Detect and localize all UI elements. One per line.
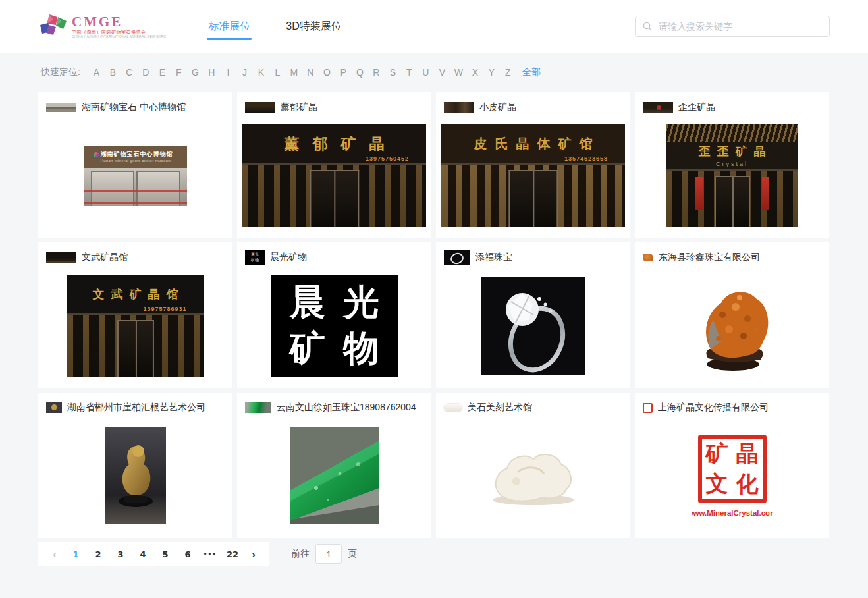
- booth-image-area: [441, 269, 625, 383]
- quicknav-letter-W[interactable]: W: [450, 67, 467, 78]
- booth-thumbnail: [444, 250, 470, 265]
- quicknav-letter-X[interactable]: X: [467, 67, 483, 78]
- storefront-door: [508, 170, 558, 227]
- storefront-phone: 13975786931: [143, 306, 186, 312]
- quicknav-letter-A[interactable]: A: [88, 67, 105, 78]
- page-number-button-22[interactable]: 22: [221, 549, 244, 559]
- booth-title: 东海县珍鑫珠宝有限公司: [659, 252, 760, 263]
- textblock-line1: 晨光: [290, 280, 398, 325]
- seal-character: 矿: [702, 439, 732, 469]
- quicknav-letter-K[interactable]: K: [253, 67, 269, 78]
- page-number-button-1[interactable]: 1: [65, 549, 87, 559]
- booth-thumbnail: [46, 402, 62, 413]
- booth-thumbnail: [245, 102, 275, 113]
- storefront-glass: [441, 163, 625, 227]
- page-number-button-4[interactable]: 4: [132, 549, 154, 559]
- next-page-button[interactable]: ›: [244, 549, 263, 560]
- booth-card[interactable]: 小皮矿晶皮氏晶体矿馆13574623658: [436, 92, 630, 238]
- prev-page-button[interactable]: ‹: [45, 549, 65, 560]
- quicknav-letter-M[interactable]: M: [286, 67, 302, 78]
- booth-card[interactable]: 添福珠宝: [436, 242, 630, 388]
- quicknav-letter-B[interactable]: B: [105, 67, 121, 78]
- quicknav-letter-J[interactable]: J: [236, 67, 253, 78]
- quicknav-letter-G[interactable]: G: [187, 67, 203, 78]
- storefront-sign-text: 薰郁矿晶: [285, 134, 398, 154]
- storefront-sign-text: 文武矿晶馆: [93, 286, 185, 302]
- quicknav-letter-Y[interactable]: Y: [483, 67, 500, 78]
- booth-thumbnail: 晨光矿物: [245, 250, 265, 265]
- quicknav-letter-D[interactable]: D: [138, 67, 154, 78]
- storefront-sign-area: 皮氏晶体矿馆13574623658: [441, 124, 625, 163]
- search-input[interactable]: [657, 20, 822, 32]
- quicknav-letter-T[interactable]: T: [401, 67, 418, 78]
- quicknav-letter-R[interactable]: R: [368, 67, 385, 78]
- storefront-sign-area: 文武矿晶馆13975786931: [67, 275, 204, 314]
- booth-image-area: 皮氏晶体矿馆13574623658: [441, 119, 625, 232]
- booth-image-area: 文武矿晶馆13975786931: [43, 269, 227, 383]
- storefront-awning: [666, 124, 798, 142]
- quicknav-letter-V[interactable]: V: [434, 67, 450, 78]
- quicknav-letter-E[interactable]: E: [154, 67, 171, 78]
- page-number-button-2[interactable]: 2: [87, 549, 109, 559]
- booth-card[interactable]: 上海矿晶文化传播有限公司矿晶文化www.MineralCrystal.com: [635, 393, 829, 538]
- page-number-button-6[interactable]: 6: [176, 549, 199, 559]
- tab-standard-booth[interactable]: 标准展位: [207, 0, 252, 53]
- quicknav-letters: ABCDEFGHIJKLMNOPQRSTUVWXYZ: [88, 67, 516, 78]
- storefront-sign-text: 歪歪矿晶: [699, 144, 773, 159]
- booth-card-header: 添福珠宝: [436, 242, 630, 266]
- museum-door-panel: [91, 171, 135, 206]
- storefront-door: [310, 170, 359, 227]
- booth-card[interactable]: 云南文山徐如玉珠宝18908762004: [237, 393, 431, 538]
- booth-card[interactable]: 湖南省郴州市崖柏汇根艺艺术公司: [38, 393, 232, 538]
- booth-title: 薰郁矿晶: [281, 101, 317, 113]
- booth-image-white-jade-carving: [478, 446, 589, 506]
- booth-card[interactable]: 东海县珍鑫珠宝有限公司: [635, 242, 829, 388]
- more-pages-button[interactable]: •••: [199, 551, 221, 557]
- storefront-sign-text: 皮氏晶体矿馆: [474, 135, 601, 153]
- thumbnail-text-line1: 晨光: [251, 252, 259, 258]
- booth-card-header: 云南文山徐如玉珠宝18908762004: [237, 393, 431, 416]
- quicknav-letter-Z[interactable]: Z: [500, 67, 516, 78]
- booth-card[interactable]: 歪歪矿晶歪歪矿晶Crystal: [635, 92, 829, 238]
- booth-card[interactable]: 晨光矿物晨光矿物晨光矿物: [237, 242, 431, 388]
- booth-title: 歪歪矿晶: [678, 101, 715, 113]
- quicknav-letter-F[interactable]: F: [171, 67, 187, 78]
- red-banner: [695, 177, 703, 210]
- quicknav-letter-Q[interactable]: Q: [352, 67, 368, 78]
- storefront-phone: 13975750452: [366, 155, 409, 162]
- page-number-button-5[interactable]: 5: [154, 549, 176, 559]
- quicknav-letter-O[interactable]: O: [319, 67, 335, 78]
- booth-title: 添福珠宝: [475, 252, 512, 263]
- seal-website-url: www.MineralCrystal.com: [692, 509, 773, 517]
- quicknav-letter-S[interactable]: S: [385, 67, 401, 78]
- booth-image-storefront: 皮氏晶体矿馆13574623658: [441, 124, 625, 227]
- booth-tabs: 标准展位 3D特装展位: [207, 0, 375, 53]
- quicknav-letter-P[interactable]: P: [335, 67, 352, 78]
- goto-page-input[interactable]: [315, 544, 342, 564]
- storefront-sign-area: 薰郁矿晶13975750452: [242, 124, 426, 163]
- quicknav-letter-L[interactable]: L: [269, 67, 286, 78]
- quicknav-letter-I[interactable]: I: [220, 67, 236, 78]
- textblock-line2: 矿物: [290, 326, 398, 371]
- booth-card[interactable]: 薰郁矿晶薰郁矿晶13975750452: [237, 92, 431, 238]
- header: CMGE 中国（湖南）国际矿物宝石博览会 CHINA (HUNAN) INTER…: [0, 0, 868, 53]
- search-box[interactable]: [635, 16, 830, 37]
- booth-title: 湖南矿物宝石 中心博物馆: [82, 101, 186, 113]
- booth-image-mineral-specimen: [683, 278, 782, 373]
- booth-card[interactable]: 湖南矿物宝石 中心博物馆湖南矿物宝石中心博物馆Hunan mineral gem…: [38, 92, 232, 238]
- booth-card[interactable]: 美石美刻艺术馆: [436, 393, 630, 538]
- booth-title: 文武矿晶馆: [82, 252, 128, 263]
- page-number-button-3[interactable]: 3: [109, 549, 132, 559]
- booth-image-area: 矿晶文化www.MineralCrystal.com: [640, 419, 824, 533]
- quicknav-letter-N[interactable]: N: [302, 67, 319, 78]
- quicknav-all[interactable]: 全部: [522, 67, 541, 78]
- booth-card[interactable]: 文武矿晶馆文武矿晶馆13975786931: [38, 242, 232, 388]
- booth-image-area: [640, 269, 824, 383]
- tab-3d-booth[interactable]: 3D特装展位: [285, 0, 342, 53]
- quicknav-letter-U[interactable]: U: [418, 67, 434, 78]
- quicknav-letter-C[interactable]: C: [121, 67, 138, 78]
- museum-door-panel: [136, 171, 180, 206]
- quicknav-letter-H[interactable]: H: [203, 67, 220, 78]
- quicknav-label: 快速定位:: [41, 67, 80, 78]
- booth-image-seal-logo: 矿晶文化www.MineralCrystal.com: [692, 427, 773, 525]
